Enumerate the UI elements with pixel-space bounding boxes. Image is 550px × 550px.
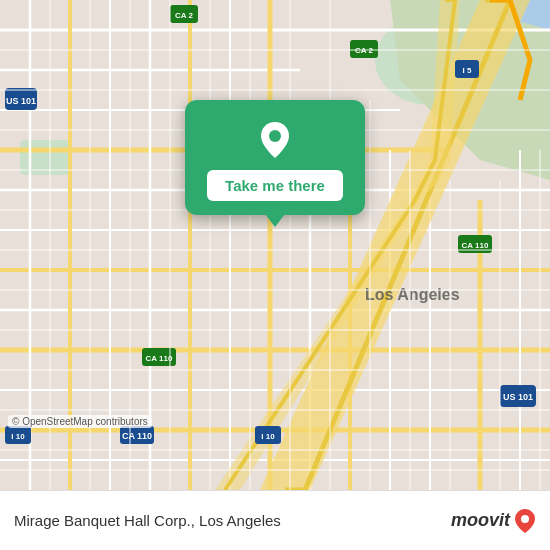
- svg-text:Los Angeles: Los Angeles: [365, 286, 460, 303]
- moovit-logo-text: moovit: [451, 510, 510, 531]
- moovit-logo: moovit: [451, 508, 536, 534]
- svg-text:CA 2: CA 2: [175, 11, 193, 20]
- svg-text:CA 110: CA 110: [462, 241, 489, 250]
- svg-text:CA 110: CA 110: [146, 354, 173, 363]
- popup-card: Take me there: [185, 100, 365, 215]
- svg-text:US 101: US 101: [6, 96, 36, 106]
- place-name: Mirage Banquet Hall Corp., Los Angeles: [14, 512, 281, 529]
- osm-attribution: © OpenStreetMap contributors: [8, 415, 152, 428]
- svg-text:I 10: I 10: [11, 432, 25, 441]
- svg-text:I 10: I 10: [261, 432, 275, 441]
- svg-point-75: [269, 130, 281, 142]
- map-container: US 101 CA 2 CA 2 I 5 CA 110 CA 110 US 10…: [0, 0, 550, 490]
- svg-text:I 5: I 5: [463, 66, 472, 75]
- moovit-pin-icon: [514, 508, 536, 534]
- svg-point-76: [521, 515, 529, 523]
- svg-text:CA 110: CA 110: [122, 431, 152, 441]
- svg-text:US 101: US 101: [503, 392, 533, 402]
- take-me-there-button[interactable]: Take me there: [207, 170, 343, 201]
- bottom-bar: Mirage Banquet Hall Corp., Los Angeles m…: [0, 490, 550, 550]
- location-pin-icon: [253, 118, 297, 162]
